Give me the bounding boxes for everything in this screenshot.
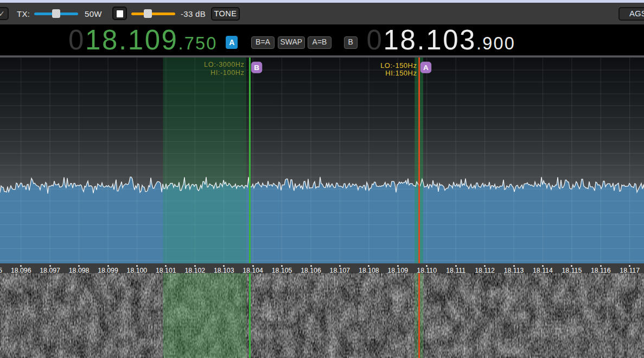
svg-text:LO:-3000Hz: LO:-3000Hz bbox=[204, 61, 244, 68]
svg-text:HI:-100Hz: HI:-100Hz bbox=[211, 69, 245, 77]
svg-text:HI:150Hz: HI:150Hz bbox=[385, 69, 417, 77]
svg-text:LO:-150Hz: LO:-150Hz bbox=[380, 61, 417, 70]
svg-text:A: A bbox=[423, 64, 429, 72]
svg-text:B: B bbox=[254, 64, 259, 72]
